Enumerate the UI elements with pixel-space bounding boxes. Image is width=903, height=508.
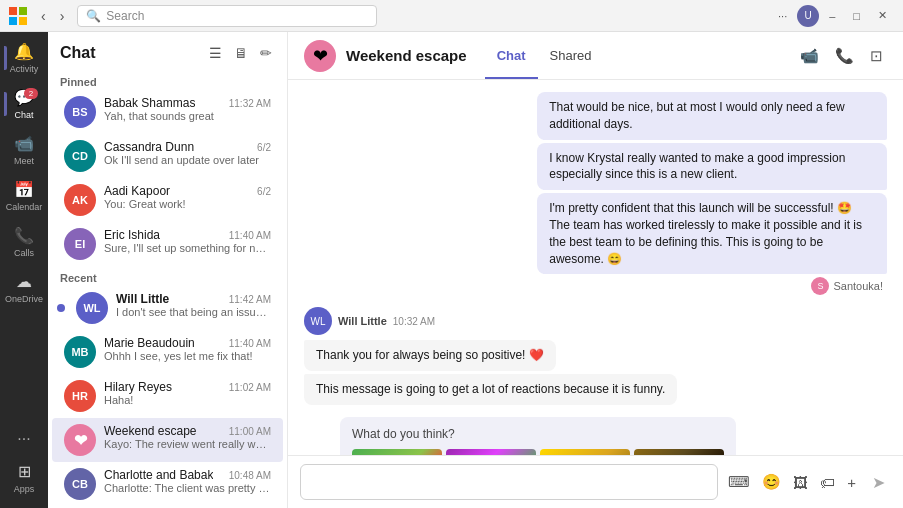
emoji-button[interactable]: 😊: [758, 469, 785, 495]
chat-time-babak: 11:32 AM: [229, 98, 271, 109]
search-bar[interactable]: 🔍 Search: [77, 5, 377, 27]
chat-item-will[interactable]: WL Will Little 11:42 AM I don't see that…: [52, 286, 283, 330]
nav-label-activity: Activity: [10, 64, 39, 74]
compose-input[interactable]: [300, 464, 718, 500]
compose-bar: ⌨ 😊 🖼 🏷 + ➤: [288, 455, 903, 508]
chat-item-cassandra[interactable]: CD Cassandra Dunn 6/2 Ok I'll send an up…: [52, 134, 283, 178]
chat-preview-charlotte: Charlotte: The client was pretty happy w…: [104, 482, 271, 494]
chat-badge: 2: [24, 88, 38, 99]
chat-item-eric[interactable]: EI Eric Ishida 11:40 AM Sure, I'll set u…: [52, 222, 283, 266]
window-controls: ··· U – □ ✕: [770, 5, 895, 27]
chat-name-marie: Marie Beaudouin: [104, 336, 195, 350]
close-button[interactable]: ✕: [870, 6, 895, 25]
image-card: What do you think? Thought these images …: [340, 417, 736, 455]
will-name: Will Little: [338, 315, 387, 327]
will-time: 10:32 AM: [393, 316, 435, 327]
new-chat-video-button[interactable]: 🖥: [231, 42, 251, 64]
more-options-button[interactable]: +: [843, 470, 860, 495]
chat-item-charlotte[interactable]: CB Charlotte and Babak 10:48 AM Charlott…: [52, 462, 283, 506]
filter-button[interactable]: ☰: [206, 42, 225, 64]
activity-icon: 🔔: [14, 42, 34, 61]
avatar-aadi: AK: [64, 184, 96, 216]
calendar-icon: 📅: [14, 180, 34, 199]
bubble-will-2: This message is going to get a lot of re…: [304, 374, 677, 405]
more-dots[interactable]: ···: [9, 422, 38, 456]
will-avatar: WL: [304, 307, 332, 335]
avatar-weekend: ❤: [64, 424, 96, 456]
bubble-santouka-3: I'm pretty confident that this launch wi…: [537, 193, 887, 274]
chat-name-aadi: Aadi Kapoor: [104, 184, 170, 198]
avatar-charlotte: CB: [64, 468, 96, 500]
nav-item-activity[interactable]: 🔔 Activity: [4, 36, 44, 80]
nav-item-chat[interactable]: 2 💬 Chat: [4, 82, 44, 126]
chat-item-aadi[interactable]: AK Aadi Kapoor 6/2 You: Great work!: [52, 178, 283, 222]
chat-info-aadi: Aadi Kapoor 6/2 You: Great work!: [104, 184, 271, 210]
chat-time-aadi: 6/2: [257, 186, 271, 197]
tab-chat[interactable]: Chat: [485, 34, 538, 79]
send-button[interactable]: ➤: [866, 469, 891, 496]
minimize-button[interactable]: –: [821, 7, 843, 25]
will-sender-row: WL Will Little 10:32 AM: [304, 307, 435, 335]
chat-name-cassandra: Cassandra Dunn: [104, 140, 194, 154]
nav-item-calls[interactable]: 📞 Calls: [4, 220, 44, 264]
chat-preview-weekend: Kayo: The review went really well! Can't…: [104, 438, 271, 450]
user-avatar[interactable]: U: [797, 5, 819, 27]
onedrive-icon: ☁: [16, 272, 32, 291]
back-button[interactable]: ‹: [36, 6, 51, 26]
nav-label-calendar: Calendar: [6, 202, 43, 212]
chat-name-charlotte: Charlotte and Babak: [104, 468, 213, 482]
new-chat-button[interactable]: ✏: [257, 42, 275, 64]
chat-header-tabs: Chat Shared: [485, 34, 604, 78]
chat-header-avatar: ❤: [304, 40, 336, 72]
dots-button[interactable]: ···: [770, 7, 795, 25]
format-button[interactable]: ⌨: [724, 469, 754, 495]
nav-label-meet: Meet: [14, 156, 34, 166]
left-nav: 🔔 Activity 2 💬 Chat 📹 Meet 📅 Calendar 📞 …: [0, 32, 48, 508]
nav-item-meet[interactable]: 📹 Meet: [4, 128, 44, 172]
sticker-button[interactable]: 🏷: [816, 470, 839, 495]
avatar-hilary: HR: [64, 380, 96, 412]
video-call-button[interactable]: 📹: [796, 43, 823, 69]
chat-item-hilary[interactable]: HR Hilary Reyes 11:02 AM Haha!: [52, 374, 283, 418]
nav-item-apps[interactable]: ⊞ Apps: [4, 456, 44, 500]
bubble-santouka-1: That would be nice, but at most I would …: [537, 92, 887, 140]
chat-info-hilary: Hilary Reyes 11:02 AM Haha!: [104, 380, 271, 406]
calls-icon: 📞: [14, 226, 34, 245]
compose-actions: ⌨ 😊 🖼 🏷 +: [724, 469, 860, 495]
chat-info-charlotte: Charlotte and Babak 10:48 AM Charlotte: …: [104, 468, 271, 494]
search-placeholder: Search: [106, 9, 144, 23]
gif-button[interactable]: 🖼: [789, 470, 812, 495]
forward-button[interactable]: ›: [55, 6, 70, 26]
chat-preview-aadi: You: Great work!: [104, 198, 271, 210]
message-group-image: What do you think? Thought these images …: [304, 417, 887, 455]
search-icon: 🔍: [86, 9, 101, 23]
chat-time-marie: 11:40 AM: [229, 338, 271, 349]
chat-item-babak[interactable]: BS Babak Shammas 11:32 AM Yah, that soun…: [52, 90, 283, 134]
chat-info-eric: Eric Ishida 11:40 AM Sure, I'll set up s…: [104, 228, 271, 254]
nav-label-onedrive: OneDrive: [5, 294, 43, 304]
chat-list-header: Chat ☰ 🖥 ✏: [48, 32, 287, 70]
chat-preview-hilary: Haha!: [104, 394, 271, 406]
chat-name-hilary: Hilary Reyes: [104, 380, 172, 394]
tab-shared[interactable]: Shared: [538, 34, 604, 79]
nav-item-calendar[interactable]: 📅 Calendar: [4, 174, 44, 218]
chat-header-actions: 📹 📞 ⊡: [796, 43, 887, 69]
chat-info-babak: Babak Shammas 11:32 AM Yah, that sounds …: [104, 96, 271, 122]
bubble-santouka-2: I know Krystal really wanted to make a g…: [537, 143, 887, 191]
avatar-babak: BS: [64, 96, 96, 128]
chat-list-title: Chat: [60, 44, 96, 62]
chat-item-weekend[interactable]: ❤ Weekend escape 11:00 AM Kayo: The revi…: [52, 418, 283, 462]
audio-call-button[interactable]: 📞: [831, 43, 858, 69]
chat-time-hilary: 11:02 AM: [229, 382, 271, 393]
chat-name-babak: Babak Shammas: [104, 96, 195, 110]
recent-section-label: Recent: [48, 266, 287, 286]
expand-button[interactable]: ⊡: [866, 43, 887, 69]
app-logo: [8, 6, 28, 26]
avatar-eric: EI: [64, 228, 96, 260]
chat-header-title: Weekend escape: [346, 47, 467, 64]
messages-area: That would be nice, but at most I would …: [288, 80, 903, 455]
chat-item-marie[interactable]: MB Marie Beaudouin 11:40 AM Ohhh I see, …: [52, 330, 283, 374]
chat-list-panel: Chat ☰ 🖥 ✏ Pinned BS Babak Shammas 11:32…: [48, 32, 288, 508]
maximize-button[interactable]: □: [845, 7, 868, 25]
nav-item-onedrive[interactable]: ☁ OneDrive: [4, 266, 44, 310]
